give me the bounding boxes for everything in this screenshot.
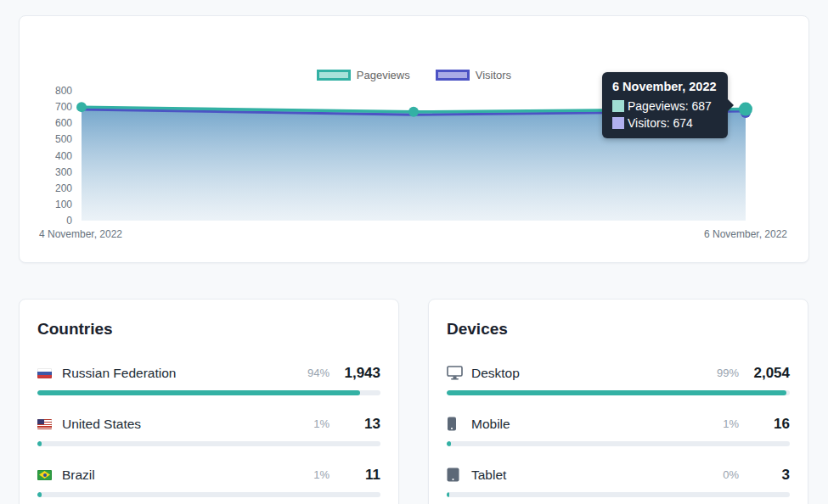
legend-swatch-icon — [317, 70, 351, 81]
item-percent: 1% — [313, 417, 330, 430]
y-tick-label: 800 — [38, 85, 72, 97]
country-row[interactable]: Russian Federation94%1,943 — [37, 362, 380, 395]
mobile-icon — [447, 417, 471, 431]
flag-wrap — [37, 419, 62, 429]
y-tick-label: 600 — [38, 117, 72, 129]
y-tick-label: 0 — [38, 215, 72, 227]
item-percent: 1% — [723, 417, 739, 430]
tooltip-row-pageviews: Pageviews: 687 — [612, 99, 717, 113]
progress-bar-track — [447, 390, 790, 395]
y-tick-label: 200 — [38, 182, 72, 194]
country-row[interactable]: United States1%13 — [37, 413, 380, 446]
pageviews-point[interactable] — [76, 102, 87, 112]
item-percent: 1% — [313, 468, 330, 481]
item-label: Tablet — [471, 468, 506, 483]
device-row[interactable]: Desktop99%2,054 — [447, 362, 790, 395]
item-label: Brazil — [62, 468, 95, 483]
x-axis-label-start: 4 November, 2022 — [21, 228, 140, 240]
progress-bar-fill — [37, 390, 360, 395]
legend-label: Pageviews — [357, 69, 410, 81]
analytics-dashboard: { "chart_card": { "legend": [ { "label":… — [0, 0, 828, 504]
item-value: 2,054 — [739, 365, 790, 382]
legend-item-pageviews[interactable]: Pageviews — [317, 69, 410, 81]
item-value: 3 — [739, 467, 790, 484]
devices-card: Devices Desktop99%2,054Mobile1%16Tablet0… — [428, 299, 808, 504]
tooltip-metric: Visitors: 674 — [628, 116, 693, 130]
y-tick-label: 700 — [38, 101, 72, 113]
item-label: Desktop — [471, 366, 520, 381]
flag-br-icon — [37, 470, 52, 480]
progress-bar-track — [37, 492, 380, 497]
y-tick-label: 500 — [38, 133, 72, 145]
flag-wrap — [37, 470, 62, 480]
flag-wrap — [37, 368, 62, 378]
legend-label: Visitors — [476, 69, 511, 81]
progress-bar-fill — [37, 441, 42, 446]
device-row[interactable]: Mobile1%16 — [447, 413, 790, 446]
item-label: Mobile — [471, 417, 510, 432]
progress-bar-track — [447, 492, 790, 497]
pageviews-point-hovered[interactable] — [739, 103, 752, 116]
progress-bar-fill — [447, 441, 451, 446]
flag-ru-icon — [37, 368, 52, 378]
legend-swatch-icon — [436, 70, 470, 81]
desktop-icon — [447, 366, 471, 380]
tooltip-metric: Pageviews: 687 — [628, 99, 712, 113]
progress-bar-fill — [37, 492, 42, 497]
tooltip-date: 6 November, 2022 — [612, 80, 717, 93]
item-value: 16 — [739, 416, 790, 433]
item-value: 1,943 — [330, 365, 380, 382]
y-tick-label: 300 — [38, 166, 72, 178]
item-value: 13 — [330, 416, 380, 433]
y-tick-label: 400 — [38, 150, 72, 162]
traffic-area-chart[interactable] — [20, 16, 810, 264]
item-percent: 0% — [723, 468, 739, 481]
tooltip-swatch-icon — [612, 117, 624, 129]
progress-bar-fill — [447, 492, 449, 497]
tooltip-swatch-icon — [612, 100, 624, 112]
progress-bar-track — [37, 441, 380, 446]
item-percent: 99% — [717, 367, 739, 379]
progress-bar-fill — [447, 390, 786, 395]
chart-tooltip: 6 November, 2022 Pageviews: 687Visitors:… — [602, 72, 728, 138]
progress-bar-track — [37, 390, 380, 395]
y-tick-label: 100 — [38, 199, 72, 210]
devices-title: Devices — [447, 320, 790, 339]
tablet-icon — [447, 468, 471, 482]
progress-bar-track — [447, 441, 790, 446]
item-percent: 94% — [307, 367, 330, 379]
pageviews-point[interactable] — [408, 107, 419, 117]
item-value: 11 — [330, 467, 380, 484]
item-label: Russian Federation — [62, 366, 176, 381]
countries-title: Countries — [37, 320, 380, 339]
tooltip-row-visitors: Visitors: 674 — [612, 116, 717, 130]
countries-card: Countries Russian Federation94%1,943Unit… — [19, 299, 399, 504]
country-row[interactable]: Brazil1%11 — [37, 464, 380, 497]
traffic-chart-card: PageviewsVisitors 8007006005004003002001… — [19, 15, 809, 263]
x-axis-label-end: 6 November, 2022 — [686, 228, 805, 240]
item-label: United States — [62, 417, 141, 432]
flag-us-icon — [37, 419, 52, 429]
device-row[interactable]: Tablet0%3 — [447, 464, 790, 497]
legend-item-visitors[interactable]: Visitors — [436, 69, 511, 81]
